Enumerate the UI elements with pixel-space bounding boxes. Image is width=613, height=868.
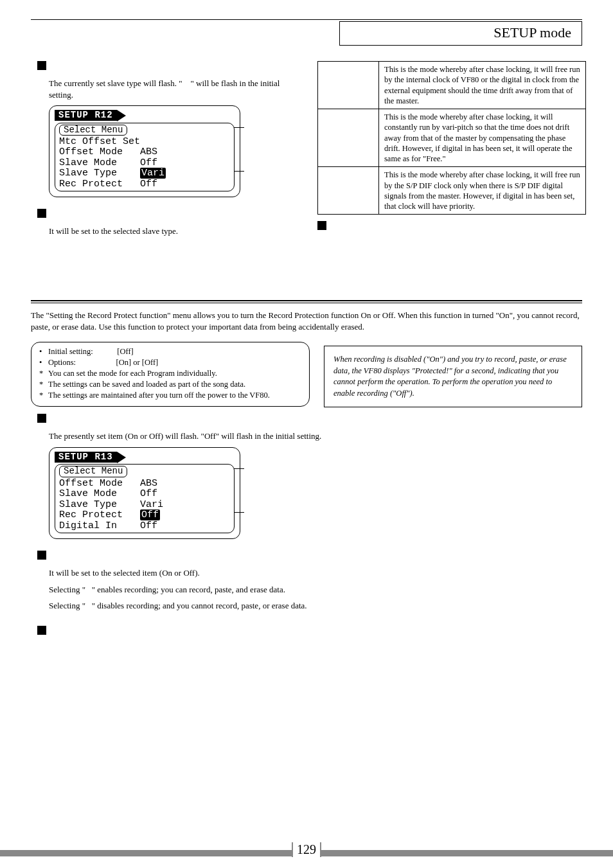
mode-desc-cell: This is the mode whereby after chase loc… [379,109,586,167]
lcd-menu-label: Select Menu [59,466,127,477]
lcd-row: Slave Type Vari [59,168,166,179]
note-text: The settings can be saved and loaded as … [48,379,245,390]
mode-desc-cell: This is the mode whereby after chase loc… [379,62,586,109]
lcd-row: Slave Mode Off [59,489,157,500]
disable-recording-text: Selecting " " disables recording; and yo… [49,600,582,612]
record-protect-intro: The "Setting the Record Protect function… [31,310,582,333]
recording-disabled-note: When recording is disabled ("On") and yo… [324,346,582,407]
mode-label-cell [318,109,379,167]
page-number: 129 [292,842,321,857]
lcd-row: Mtc Offset Set [59,137,140,148]
item-flash-text: The presently set item (On or Off) will … [49,430,582,442]
section-marker [37,61,46,70]
mode-description-table: This is the mode whereby after chase loc… [317,61,586,215]
options-label: Options: [On] or [Off] [48,357,158,368]
mode-label-cell [318,167,379,215]
lcd-row: Slave Mode Off [59,158,157,169]
note-text: You can set the mode for each Program in… [48,368,217,379]
table-row: This is the mode whereby after chase loc… [318,62,586,109]
table-row: This is the mode whereby after chase loc… [318,167,586,215]
lcd-menu-label: Select Menu [59,125,127,136]
table-row: This is the mode whereby after chase loc… [318,109,586,167]
slave-type-intro: The currently set slave type will flash.… [49,78,301,100]
lcd-display-2: SETUP R13 Select Menu Offset Mode ABS Sl… [49,447,240,539]
item-set-text: It will be set to the selected item (On … [49,567,582,579]
header-box: SETUP mode [339,21,582,46]
page-footer: 129 [0,850,613,856]
text: The currently set slave type will flash.… [49,78,182,88]
settings-summary-box: •Initial setting: [Off] •Options: [On] o… [31,342,310,406]
lcd-display-1: SETUP R12 Select Menu Mtc Offset Set Off… [49,105,240,197]
lcd-row: Offset Mode ABS [59,147,157,158]
lcd-row: Slave Type Vari [59,500,163,511]
section-marker [37,209,46,218]
section-marker [37,551,46,560]
section-marker [37,414,46,423]
lcd-row: Rec Protect Off [59,510,160,521]
note-text: The settings are maintained after you tu… [48,390,270,401]
lcd-title: SETUP R13 [55,452,117,463]
section-marker [317,221,326,230]
lcd-row: Digital In Off [59,521,157,532]
section-marker [37,626,46,635]
mode-label-cell [318,62,379,109]
lcd-row: Rec Protect Off [59,179,157,190]
page-title: SETUP mode [350,24,571,41]
lcd-row: Offset Mode ABS [59,479,157,490]
slave-type-set: It will be set to the selected slave typ… [49,226,301,237]
initial-setting-label: Initial setting: [Off] [48,346,134,357]
mode-desc-cell: This is the mode whereby after chase loc… [379,167,586,215]
enable-recording-text: Selecting " " enables recording; you can… [49,584,582,596]
lcd-title: SETUP R12 [55,110,117,121]
